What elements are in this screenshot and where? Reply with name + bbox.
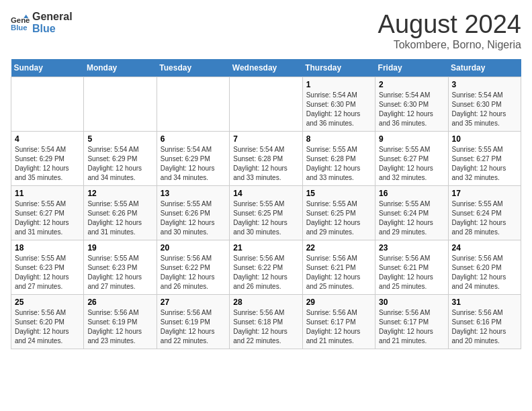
day-info: Sunrise: 5:55 AM Sunset: 6:27 PM Dayligh…	[452, 145, 517, 183]
weekday-header-sunday: Sunday	[11, 59, 84, 77]
day-number: 5	[87, 134, 152, 144]
day-number: 1	[306, 80, 371, 89]
calendar-cell: 26Sunrise: 5:56 AM Sunset: 6:19 PM Dayli…	[84, 294, 157, 349]
day-info: Sunrise: 5:54 AM Sunset: 6:28 PM Dayligh…	[233, 145, 298, 183]
day-info: Sunrise: 5:55 AM Sunset: 6:27 PM Dayligh…	[15, 199, 80, 237]
day-info: Sunrise: 5:56 AM Sunset: 6:17 PM Dayligh…	[379, 308, 444, 346]
weekday-header-monday: Monday	[84, 59, 157, 77]
calendar-cell: 11Sunrise: 5:55 AM Sunset: 6:27 PM Dayli…	[11, 185, 84, 240]
day-number: 27	[161, 298, 226, 307]
day-number: 3	[452, 80, 517, 89]
calendar-cell: 18Sunrise: 5:55 AM Sunset: 6:23 PM Dayli…	[11, 240, 84, 294]
calendar-header: SundayMondayTuesdayWednesdayThursdayFrid…	[11, 59, 521, 77]
day-number: 29	[306, 298, 371, 307]
location-subtitle: Tokombere, Borno, Nigeria	[378, 39, 521, 51]
day-number: 26	[87, 298, 152, 307]
svg-text:Blue: Blue	[11, 23, 28, 31]
day-number: 31	[452, 298, 517, 307]
day-number: 11	[15, 189, 80, 198]
day-number: 4	[15, 134, 80, 144]
calendar-cell: 17Sunrise: 5:55 AM Sunset: 6:24 PM Dayli…	[448, 185, 521, 240]
day-number: 16	[379, 189, 444, 198]
day-info: Sunrise: 5:56 AM Sunset: 6:21 PM Dayligh…	[379, 254, 444, 291]
day-info: Sunrise: 5:55 AM Sunset: 6:23 PM Dayligh…	[15, 254, 80, 291]
calendar-week-5: 25Sunrise: 5:56 AM Sunset: 6:20 PM Dayli…	[11, 294, 521, 349]
day-number: 21	[233, 243, 298, 253]
day-number: 9	[379, 134, 444, 144]
day-info: Sunrise: 5:56 AM Sunset: 6:16 PM Dayligh…	[452, 308, 517, 346]
calendar-cell: 2Sunrise: 5:54 AM Sunset: 6:30 PM Daylig…	[375, 77, 448, 131]
day-info: Sunrise: 5:55 AM Sunset: 6:24 PM Dayligh…	[379, 199, 444, 237]
calendar-cell: 7Sunrise: 5:54 AM Sunset: 6:28 PM Daylig…	[230, 131, 302, 185]
day-info: Sunrise: 5:56 AM Sunset: 6:18 PM Dayligh…	[233, 308, 298, 346]
day-info: Sunrise: 5:56 AM Sunset: 6:22 PM Dayligh…	[161, 254, 226, 291]
day-info: Sunrise: 5:54 AM Sunset: 6:30 PM Dayligh…	[306, 91, 371, 128]
day-number: 17	[452, 189, 517, 198]
day-number: 30	[379, 298, 444, 307]
weekday-header-thursday: Thursday	[302, 59, 375, 77]
weekday-header-friday: Friday	[375, 59, 448, 77]
calendar-cell: 9Sunrise: 5:55 AM Sunset: 6:27 PM Daylig…	[375, 131, 448, 185]
day-info: Sunrise: 5:56 AM Sunset: 6:20 PM Dayligh…	[452, 254, 517, 291]
calendar-cell: 23Sunrise: 5:56 AM Sunset: 6:21 PM Dayli…	[375, 240, 448, 294]
weekday-header-saturday: Saturday	[448, 59, 521, 77]
calendar-table: SundayMondayTuesdayWednesdayThursdayFrid…	[11, 59, 521, 349]
day-number: 12	[87, 189, 152, 198]
calendar-week-2: 4Sunrise: 5:54 AM Sunset: 6:29 PM Daylig…	[11, 131, 521, 185]
calendar-cell: 20Sunrise: 5:56 AM Sunset: 6:22 PM Dayli…	[157, 240, 229, 294]
calendar-cell: 22Sunrise: 5:56 AM Sunset: 6:21 PM Dayli…	[302, 240, 375, 294]
day-number: 13	[161, 189, 226, 198]
day-number: 15	[306, 189, 371, 198]
calendar-cell: 5Sunrise: 5:54 AM Sunset: 6:29 PM Daylig…	[84, 131, 157, 185]
day-number: 18	[15, 243, 80, 253]
logo: General Blue General Blue	[11, 11, 73, 34]
day-number: 20	[161, 243, 226, 253]
day-info: Sunrise: 5:54 AM Sunset: 6:30 PM Dayligh…	[452, 91, 517, 128]
calendar-cell	[84, 77, 157, 131]
day-number: 14	[233, 189, 298, 198]
day-info: Sunrise: 5:54 AM Sunset: 6:29 PM Dayligh…	[15, 145, 80, 183]
calendar-cell: 10Sunrise: 5:55 AM Sunset: 6:27 PM Dayli…	[448, 131, 521, 185]
day-number: 10	[452, 134, 517, 144]
calendar-cell: 29Sunrise: 5:56 AM Sunset: 6:17 PM Dayli…	[302, 294, 375, 349]
calendar-cell: 8Sunrise: 5:55 AM Sunset: 6:28 PM Daylig…	[302, 131, 375, 185]
calendar-cell: 15Sunrise: 5:55 AM Sunset: 6:25 PM Dayli…	[302, 185, 375, 240]
day-info: Sunrise: 5:55 AM Sunset: 6:26 PM Dayligh…	[161, 199, 226, 237]
day-number: 23	[379, 243, 444, 253]
day-number: 19	[87, 243, 152, 253]
month-year-title: August 2024	[378, 11, 521, 39]
day-info: Sunrise: 5:55 AM Sunset: 6:23 PM Dayligh…	[87, 254, 152, 291]
day-number: 2	[379, 80, 444, 89]
day-info: Sunrise: 5:56 AM Sunset: 6:19 PM Dayligh…	[161, 308, 226, 346]
calendar-week-3: 11Sunrise: 5:55 AM Sunset: 6:27 PM Dayli…	[11, 185, 521, 240]
day-info: Sunrise: 5:56 AM Sunset: 6:19 PM Dayligh…	[87, 308, 152, 346]
logo-text-line1: General	[32, 11, 73, 23]
day-info: Sunrise: 5:55 AM Sunset: 6:27 PM Dayligh…	[379, 145, 444, 183]
logo-icon: General Blue	[11, 13, 30, 32]
day-info: Sunrise: 5:54 AM Sunset: 6:30 PM Dayligh…	[379, 91, 444, 128]
calendar-cell: 14Sunrise: 5:55 AM Sunset: 6:25 PM Dayli…	[230, 185, 302, 240]
day-number: 22	[306, 243, 371, 253]
day-info: Sunrise: 5:55 AM Sunset: 6:26 PM Dayligh…	[87, 199, 152, 237]
calendar-week-1: 1Sunrise: 5:54 AM Sunset: 6:30 PM Daylig…	[11, 77, 521, 131]
calendar-cell: 31Sunrise: 5:56 AM Sunset: 6:16 PM Dayli…	[448, 294, 521, 349]
day-number: 25	[15, 298, 80, 307]
title-block: August 2024 Tokombere, Borno, Nigeria	[378, 11, 521, 51]
calendar-cell: 24Sunrise: 5:56 AM Sunset: 6:20 PM Dayli…	[448, 240, 521, 294]
logo-text-line2: Blue	[32, 23, 73, 35]
calendar-cell	[11, 77, 84, 131]
calendar-cell	[157, 77, 229, 131]
calendar-cell: 4Sunrise: 5:54 AM Sunset: 6:29 PM Daylig…	[11, 131, 84, 185]
day-number: 6	[161, 134, 226, 144]
day-info: Sunrise: 5:55 AM Sunset: 6:25 PM Dayligh…	[306, 199, 371, 237]
day-info: Sunrise: 5:55 AM Sunset: 6:24 PM Dayligh…	[452, 199, 517, 237]
day-number: 28	[233, 298, 298, 307]
calendar-cell: 27Sunrise: 5:56 AM Sunset: 6:19 PM Dayli…	[157, 294, 229, 349]
calendar-cell: 1Sunrise: 5:54 AM Sunset: 6:30 PM Daylig…	[302, 77, 375, 131]
day-number: 24	[452, 243, 517, 253]
calendar-cell: 25Sunrise: 5:56 AM Sunset: 6:20 PM Dayli…	[11, 294, 84, 349]
calendar-cell: 19Sunrise: 5:55 AM Sunset: 6:23 PM Dayli…	[84, 240, 157, 294]
day-info: Sunrise: 5:56 AM Sunset: 6:21 PM Dayligh…	[306, 254, 371, 291]
calendar-cell: 28Sunrise: 5:56 AM Sunset: 6:18 PM Dayli…	[230, 294, 302, 349]
day-info: Sunrise: 5:56 AM Sunset: 6:17 PM Dayligh…	[306, 308, 371, 346]
